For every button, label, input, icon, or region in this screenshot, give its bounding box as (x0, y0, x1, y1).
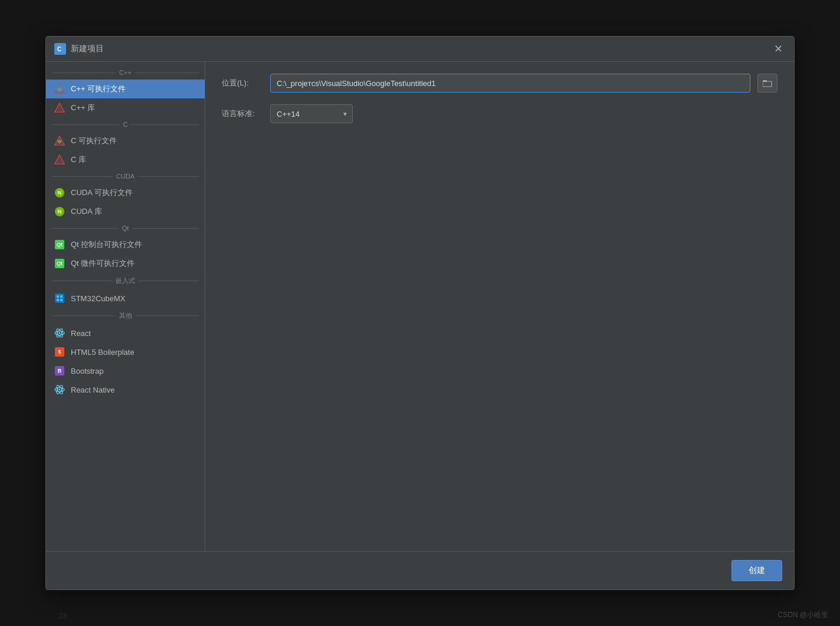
sidebar-item-c-exe-label: C 可执行文件 (71, 136, 117, 146)
sidebar-item-html5[interactable]: 5 HTML5 Boilerplate (46, 342, 205, 361)
section-cuda: CUDA (46, 169, 205, 183)
svg-rect-16 (57, 299, 59, 301)
sidebar-item-qt-console-label: Qt 控制台可执行文件 (71, 239, 142, 250)
svg-point-21 (59, 332, 61, 334)
sidebar: C++ C++ 可执行文件 (46, 62, 205, 551)
html5-icon: 5 (54, 347, 65, 357)
svg-rect-26 (763, 81, 772, 87)
svg-rect-13 (55, 294, 64, 303)
lang-select-wrapper: C++14 C++11 C++17 C++20 ▼ (270, 104, 353, 123)
svg-point-25 (59, 389, 61, 391)
sidebar-item-bootstrap[interactable]: B Bootstrap (46, 361, 205, 380)
svg-rect-27 (763, 80, 767, 82)
section-embedded: 嵌入式 (46, 273, 205, 289)
sidebar-item-cuda-lib[interactable]: N CUDA 库 (46, 202, 205, 221)
svg-text:C: C (57, 46, 61, 52)
section-c: C (46, 117, 205, 131)
section-cpp-label: C++ (119, 69, 132, 76)
section-cpp: C++ (46, 65, 205, 80)
qt-widget-icon: Qt (54, 258, 65, 269)
sidebar-item-qt-console[interactable]: Qt Qt 控制台可执行文件 (46, 235, 205, 254)
sidebar-item-cpp-exe[interactable]: C++ 可执行文件 (46, 80, 205, 98)
sidebar-item-cpp-lib[interactable]: C++ 库 (46, 98, 205, 117)
sidebar-item-stm32-label: STM32CubeMX (71, 294, 125, 303)
sidebar-item-react-native[interactable]: React Native (46, 380, 205, 399)
svg-rect-14 (57, 295, 59, 298)
sidebar-item-qt-widget[interactable]: Qt Qt 微件可执行文件 (46, 254, 205, 273)
svg-rect-17 (60, 299, 63, 301)
sidebar-item-html5-label: HTML5 Boilerplate (71, 348, 134, 357)
lang-label: 语言标准: (222, 108, 263, 119)
section-embedded-label: 嵌入式 (116, 276, 135, 285)
dialog-title: 新建项目 (71, 44, 104, 54)
lang-select[interactable]: C++14 C++11 C++17 C++20 (270, 104, 353, 123)
sidebar-item-qt-widget-label: Qt 微件可执行文件 (71, 258, 134, 269)
location-input[interactable] (270, 74, 750, 93)
new-project-dialog: C 新建项目 ✕ C++ (45, 36, 795, 590)
dialog-close-button[interactable]: ✕ (770, 41, 786, 57)
cpp-exe-icon (54, 84, 65, 94)
sidebar-item-cuda-exe-label: CUDA 可执行文件 (71, 187, 133, 198)
cpp-lib-icon (54, 103, 65, 113)
sidebar-item-bootstrap-label: Bootstrap (71, 367, 104, 375)
sidebar-item-cpp-exe-label: C++ 可执行文件 (71, 84, 126, 94)
create-button[interactable]: 创建 (731, 560, 782, 581)
content-area: 位置(L): 语言标准: C++14 C+ (205, 62, 794, 551)
sidebar-item-cuda-lib-label: CUDA 库 (71, 206, 102, 217)
sidebar-item-c-exe[interactable]: C 可执行文件 (46, 131, 205, 150)
sidebar-item-stm32[interactable]: STM32CubeMX (46, 289, 205, 308)
svg-rect-15 (60, 295, 63, 298)
sidebar-item-cpp-lib-label: C++ 库 (71, 103, 95, 113)
section-cuda-label: CUDA (116, 173, 134, 180)
qt-console-icon: Qt (54, 239, 65, 250)
location-label: 位置(L): (222, 78, 263, 88)
browse-button[interactable] (757, 74, 777, 93)
title-left: C 新建项目 (54, 43, 104, 55)
react-native-icon (54, 384, 65, 395)
c-lib-icon (54, 154, 65, 165)
sidebar-item-react[interactable]: React (46, 324, 205, 342)
dialog-titlebar: C 新建项目 ✕ (46, 37, 794, 62)
lang-row: 语言标准: C++14 C++11 C++17 C++20 ▼ (222, 104, 777, 123)
sidebar-item-c-lib-label: C 库 (71, 154, 86, 165)
dialog-footer: 创建 (46, 551, 794, 589)
location-row: 位置(L): (222, 74, 777, 93)
dialog-overlay: C 新建项目 ✕ C++ (0, 0, 840, 626)
section-qt-label: Qt (122, 225, 129, 232)
section-other-label: 其他 (119, 311, 132, 320)
sidebar-item-c-lib[interactable]: C 库 (46, 150, 205, 169)
dialog-app-icon: C (54, 43, 66, 55)
sidebar-item-cuda-exe[interactable]: N CUDA 可执行文件 (46, 183, 205, 202)
section-qt: Qt (46, 221, 205, 235)
cuda-lib-icon: N (54, 206, 65, 217)
react-icon (54, 328, 65, 338)
sidebar-item-react-native-label: React Native (71, 386, 114, 394)
stm32-icon (54, 293, 65, 304)
section-c-label: C (123, 121, 128, 128)
c-exe-icon (54, 136, 65, 146)
section-other: 其他 (46, 308, 205, 324)
sidebar-item-react-label: React (71, 329, 91, 338)
cuda-exe-icon: N (54, 187, 65, 198)
bootstrap-icon: B (54, 365, 65, 376)
dialog-body: C++ C++ 可执行文件 (46, 62, 794, 551)
